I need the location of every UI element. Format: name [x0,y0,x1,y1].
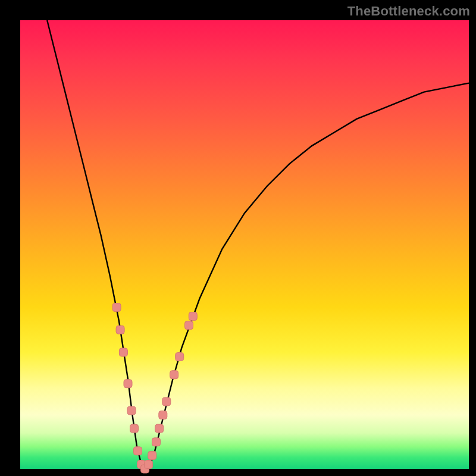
plot-area [20,20,469,469]
data-marker [134,447,142,455]
chart-svg [20,20,469,469]
data-marker [155,424,164,433]
data-marker [152,438,161,446]
data-marker [189,312,197,321]
data-marker [170,371,178,379]
data-marker [145,461,153,469]
data-marker [116,325,124,334]
bottleneck-curve [47,20,469,469]
watermark-text: TheBottleneck.com [347,4,470,19]
data-marker [127,406,136,415]
data-marker [148,451,156,459]
chart-frame: TheBottleneck.com [0,0,476,476]
data-marker [162,397,171,406]
data-marker [112,303,121,312]
data-marker [185,321,193,330]
data-marker [159,411,167,419]
data-marker [119,348,127,356]
highlighted-points-group [112,303,197,473]
data-marker [130,424,139,433]
data-marker [176,353,184,361]
data-marker [124,380,132,388]
